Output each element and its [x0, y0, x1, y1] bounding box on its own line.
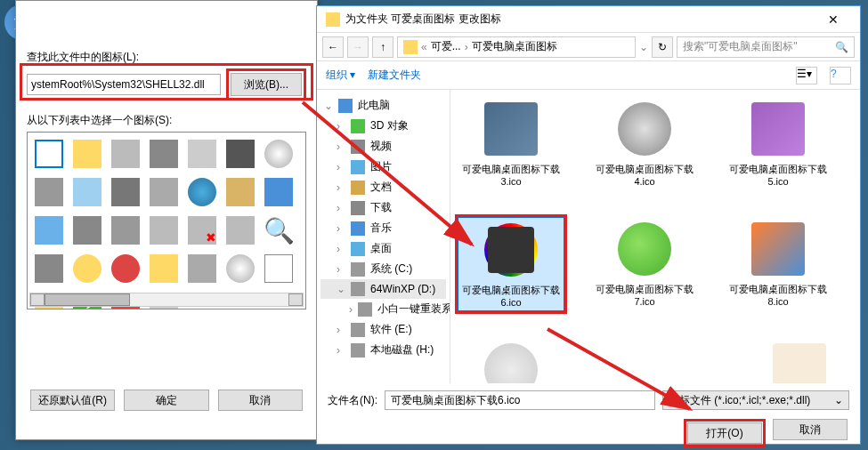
file-thumb-icon	[618, 102, 671, 156]
file-item-7[interactable]: 可爱电脑桌面图标下载7.ico	[591, 217, 698, 312]
new-folder-button[interactable]: 新建文件夹	[368, 68, 421, 83]
sys-icon-cd[interactable]	[264, 140, 293, 168]
tree-3d-objects[interactable]: ›3D 对象	[320, 116, 446, 136]
up-button[interactable]: ↑	[372, 36, 393, 58]
tree-pictures[interactable]: ›图片	[320, 157, 446, 177]
sys-icon-disk[interactable]	[188, 140, 216, 168]
tree-drive-d[interactable]: ⌄64WinXP (D:)	[320, 279, 446, 299]
navigation-bar: ← → ↑ « 可爱... › 可爱电脑桌面图标 ⌄ ↻ 搜索"可爱电脑桌面图标…	[317, 33, 860, 61]
open-button[interactable]: 打开(O)	[687, 422, 762, 444]
tree-videos[interactable]: ›视频	[320, 136, 446, 157]
sys-icon-cdrom[interactable]	[150, 178, 178, 206]
titlebar: 为文件夹 可爱桌面图标 更改图标 ✕	[317, 6, 860, 33]
scroll-right-button[interactable]	[288, 293, 303, 306]
dialog-title: 为文件夹 可爱桌面图标 更改图标	[345, 12, 815, 27]
folder-icon	[326, 12, 340, 27]
cancel-button[interactable]: 取消	[218, 390, 303, 411]
folder-tree[interactable]: ⌄此电脑 ›3D 对象 ›视频 ›图片 ›文档 ›下载 ›音乐 ›桌面 ›系统 …	[317, 90, 450, 383]
file-thumb-icon	[751, 222, 805, 276]
organize-button[interactable]: 组织 ▾	[326, 68, 355, 83]
sys-icon-cd2[interactable]	[226, 254, 255, 283]
open-highlight: 打开(O)	[684, 419, 766, 447]
file-item-8[interactable]: 可爱电脑桌面图标下载8.ico	[725, 217, 831, 312]
icon-grid[interactable]: ✖ 🔍 ?	[27, 132, 306, 309]
sys-icon-folder2[interactable]	[150, 254, 178, 283]
breadcrumb-2[interactable]: 可爱电脑桌面图标	[472, 39, 557, 54]
dialog-footer: 文件名(N): 图标文件 (*.ico;*.icl;*.exe;*.dll) ⌄…	[317, 383, 860, 450]
file-item-partial[interactable]	[458, 338, 564, 383]
forward-button[interactable]: →	[347, 36, 369, 58]
restore-defaults-button[interactable]: 还原默认值(R)	[30, 390, 115, 411]
sys-icon-netfolder[interactable]	[226, 178, 255, 206]
tree-downloads[interactable]: ›下载	[320, 197, 446, 218]
sys-icon-gear[interactable]	[73, 254, 101, 283]
sys-icon-hdd-x[interactable]: ✖	[188, 216, 216, 245]
tree-drive-c[interactable]: ›系统 (C:)	[320, 259, 446, 279]
browse-button[interactable]: 浏览(B)...	[231, 73, 302, 96]
tree-this-pc[interactable]: ⌄此电脑	[320, 95, 446, 116]
sys-icon-net[interactable]	[111, 178, 140, 206]
cancel-button[interactable]: 取消	[773, 419, 848, 440]
back-button[interactable]: ←	[322, 36, 344, 58]
file-list[interactable]: 可爱电脑桌面图标下载3.ico 可爱电脑桌面图标下载4.ico 可爱电脑桌面图标…	[450, 90, 860, 383]
horizontal-scrollbar[interactable]	[29, 293, 304, 307]
documents-icon	[351, 181, 365, 195]
search-placeholder: 搜索"可爱电脑桌面图标"	[683, 39, 798, 54]
view-button[interactable]: ☰▾	[796, 67, 817, 84]
search-input[interactable]: 搜索"可爱电脑桌面图标" 🔍	[677, 36, 855, 58]
sys-icon-trash[interactable]	[35, 178, 63, 206]
sys-icon-floppy[interactable]	[226, 140, 255, 168]
file-item-3[interactable]: 可爱电脑桌面图标下载3.ico	[458, 97, 564, 190]
close-button[interactable]: ✕	[815, 12, 851, 27]
file-name: 可爱电脑桌面图标下载7.ico	[591, 281, 698, 310]
sys-icon-file[interactable]	[73, 178, 101, 206]
scroll-thumb[interactable]	[45, 293, 130, 306]
file-item-5[interactable]: 可爱电脑桌面图标下载5.ico	[725, 97, 831, 190]
scroll-left-button[interactable]	[30, 293, 45, 306]
browse-highlight: 浏览(B)...	[226, 68, 306, 100]
icon-list-label: 从以下列表中选择一个图标(S):	[27, 113, 306, 128]
sys-icon-drive[interactable]	[111, 140, 140, 168]
sys-icon-trashfull[interactable]	[111, 216, 140, 245]
filename-input[interactable]	[385, 390, 655, 410]
sys-icon-chip[interactable]	[150, 140, 178, 168]
sys-icon-monitor[interactable]	[264, 178, 293, 206]
file-thumb-icon	[773, 343, 826, 383]
refresh-button[interactable]: ↻	[652, 36, 673, 58]
pc-icon	[338, 99, 353, 113]
file-item-4[interactable]: 可爱电脑桌面图标下载4.ico	[591, 97, 698, 190]
sys-icon-folder[interactable]	[73, 140, 101, 168]
sys-icon-run[interactable]	[35, 254, 63, 283]
address-bar[interactable]: « 可爱... › 可爱电脑桌面图标	[397, 36, 636, 58]
tree-xiaobai[interactable]: ›小白一键重装系统	[320, 299, 446, 319]
tree-drive-e[interactable]: ›软件 (E:)	[320, 319, 446, 340]
tree-drive-h[interactable]: ›本地磁盘 (H:)	[320, 340, 446, 360]
sys-icon-globe[interactable]	[188, 178, 216, 206]
file-thumb-icon	[751, 102, 805, 156]
breadcrumb-1[interactable]: 可爱...	[431, 39, 461, 54]
filetype-dropdown[interactable]: 图标文件 (*.ico;*.icl;*.exe;*.dll) ⌄	[662, 390, 849, 410]
sys-icon-tree[interactable]	[264, 254, 293, 283]
ok-button[interactable]: 确定	[124, 390, 208, 411]
file-item-6[interactable]: 可爱电脑桌面图标下载6.ico	[458, 217, 564, 312]
sys-icon-shutdown[interactable]	[111, 254, 140, 283]
folder-icon	[403, 40, 418, 54]
dropdown-icon[interactable]: ⌄	[639, 41, 648, 53]
tree-music[interactable]: ›音乐	[320, 218, 446, 238]
icon-path-input[interactable]	[27, 74, 221, 95]
sys-icon-netdrive[interactable]	[226, 216, 255, 245]
help-button[interactable]: ?	[830, 67, 851, 84]
tree-documents[interactable]: ›文档	[320, 177, 446, 197]
chevron-down-icon: ⌄	[834, 394, 843, 406]
disk-icon	[351, 323, 365, 337]
sys-icon-hdd[interactable]	[150, 216, 178, 245]
tree-desktop[interactable]: ›桌面	[320, 238, 446, 259]
sys-icon-printer[interactable]	[73, 216, 101, 245]
sys-icon-blank[interactable]	[35, 140, 63, 168]
sys-icon-window[interactable]	[35, 216, 63, 245]
sys-icon-scanner[interactable]	[188, 254, 216, 283]
file-name: 可爱电脑桌面图标下载3.ico	[458, 161, 564, 190]
file-thumb-icon	[484, 102, 538, 156]
file-item-partial2[interactable]	[746, 338, 853, 383]
sys-icon-search[interactable]: 🔍	[264, 216, 293, 245]
